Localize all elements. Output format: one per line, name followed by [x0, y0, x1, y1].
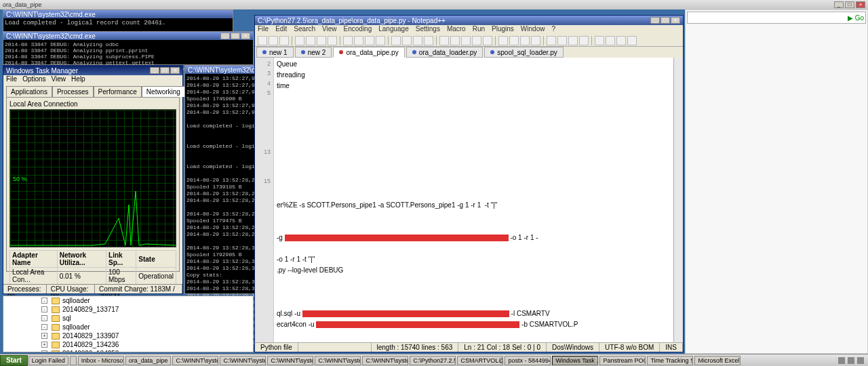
file-tab[interactable]: new 2 — [295, 47, 332, 58]
maximize-button[interactable]: □ — [845, 1, 854, 8]
column-header[interactable]: Network Utiliza... — [57, 251, 106, 268]
folder-item[interactable]: +20140829_133907 — [3, 331, 253, 340]
taskbar-item[interactable]: postx - 58449948... — [505, 356, 551, 365]
taskbar-item[interactable]: C:\Python27.2.5... — [410, 356, 456, 365]
tray-icon[interactable] — [857, 357, 864, 364]
file-tab[interactable]: ora_data_loader.py — [406, 47, 484, 58]
toolbar-icon[interactable] — [328, 36, 337, 45]
code-area[interactable]: Queuethreadingtime er%ZE -s SCOTT.Person… — [274, 58, 673, 342]
minimize-button[interactable]: _ — [150, 67, 159, 74]
toolbar-icon[interactable] — [579, 36, 589, 45]
taskmgr-titlebar[interactable]: Windows Task Manager _ □ × — [3, 66, 182, 75]
menu-encoding[interactable]: Encoding — [344, 25, 372, 35]
expand-icon[interactable]: - — [41, 298, 47, 304]
system-tray[interactable] — [834, 357, 868, 364]
folder-tree[interactable]: -sqlloader-20140829_133717-sql-sqlloader… — [3, 296, 254, 352]
toolbar-icon[interactable] — [483, 36, 492, 45]
tab-applications[interactable]: Applications — [6, 86, 52, 97]
column-header[interactable]: Adapter Name — [10, 251, 58, 268]
toolbar-icon[interactable] — [472, 36, 481, 45]
toolbar-icon[interactable] — [509, 36, 519, 45]
menu-file[interactable]: File — [258, 25, 269, 35]
cmdbg-titlebar[interactable]: C:\WINNT\system32\cmd.exe _ □ × — [3, 32, 253, 40]
maximize-button[interactable]: □ — [231, 33, 240, 39]
tray-icon[interactable] — [848, 357, 854, 364]
expand-icon[interactable]: + — [41, 342, 47, 348]
close-button[interactable]: × — [856, 1, 865, 8]
toolbar-icon[interactable] — [295, 36, 304, 45]
vertical-scrollbar[interactable] — [673, 58, 683, 342]
toolbar-icon[interactable] — [269, 36, 278, 45]
taskbar-item[interactable]: Panstream POC ... — [599, 356, 646, 365]
taskbar-item[interactable]: Login Failed — [28, 356, 68, 365]
close-button[interactable]: × — [671, 17, 680, 24]
file-tab[interactable]: ora_data_pipe.py — [333, 47, 404, 58]
url-bar[interactable]: ▶ Go — [687, 12, 866, 24]
expand-icon[interactable]: - — [41, 306, 47, 312]
toolbar-icon[interactable] — [279, 36, 289, 45]
start-button[interactable]: Start — [0, 355, 28, 366]
taskbar-item[interactable]: C:\WINNT\syste... — [220, 356, 266, 365]
npp-titlebar[interactable]: C:\Python27.2.5\ora_data_pipe\ora_data_p… — [255, 16, 683, 25]
close-button[interactable]: × — [241, 33, 250, 39]
expand-icon[interactable]: + — [41, 333, 47, 339]
column-header[interactable]: Link Sp... — [106, 251, 136, 268]
menu-macro[interactable]: Macro — [447, 25, 466, 35]
menu-window[interactable]: Window — [521, 25, 545, 35]
folder-item[interactable]: -sqlloader — [3, 296, 253, 305]
menu-help[interactable]: Help — [71, 75, 85, 85]
tab-networking[interactable]: Networking — [142, 86, 185, 97]
toolbar-icon[interactable] — [568, 36, 578, 45]
menu-file[interactable]: File — [6, 75, 17, 85]
toolbar-icon[interactable] — [424, 36, 433, 45]
go-icon[interactable]: ▶ Go — [848, 14, 864, 22]
menu-options[interactable]: Options — [22, 75, 45, 85]
taskbar-item[interactable] — [70, 356, 77, 365]
toolbar-icon[interactable] — [557, 36, 567, 45]
menu-view[interactable]: View — [52, 75, 66, 85]
expand-icon[interactable]: - — [41, 315, 47, 321]
toolbar-icon[interactable] — [354, 36, 363, 45]
minimize-button[interactable]: _ — [220, 33, 230, 39]
maximize-button[interactable]: □ — [160, 67, 170, 74]
menu-run[interactable]: Run — [473, 25, 485, 35]
menu-edit[interactable]: Edit — [275, 25, 287, 35]
column-header[interactable]: State — [136, 251, 176, 268]
toolbar-icon[interactable] — [402, 36, 412, 45]
toolbar-icon[interactable] — [376, 36, 385, 45]
toolbar-icon[interactable] — [498, 36, 508, 45]
toolbar-icon[interactable] — [627, 36, 637, 45]
taskbar-item[interactable]: C:\WINNT\syste... — [315, 356, 361, 365]
toolbar-icon[interactable] — [606, 36, 615, 45]
toolbar-icon[interactable] — [520, 36, 530, 45]
toolbar-icon[interactable] — [413, 36, 422, 45]
tab-performance[interactable]: Performance — [94, 86, 142, 97]
close-button[interactable]: × — [170, 67, 180, 74]
file-tab[interactable]: spool_sql_loader.py — [484, 47, 563, 58]
toolbar-icon[interactable] — [343, 36, 353, 45]
toolbar-icon[interactable] — [306, 36, 315, 45]
toolbar-icon[interactable] — [391, 36, 401, 45]
taskbar-item[interactable]: Inbox - Microsof... — [78, 356, 124, 365]
menu-search[interactable]: Search — [294, 25, 315, 35]
toolbar-icon[interactable] — [616, 36, 626, 45]
menu-?[interactable]: ? — [551, 25, 555, 35]
file-tab[interactable]: new 1 — [256, 47, 294, 58]
toolbar-icon[interactable] — [439, 36, 449, 45]
taskbar-item[interactable]: ora_data_pipe — [125, 356, 172, 365]
taskbar-item[interactable]: Microsoft Excel - B... — [694, 356, 741, 365]
tab-processes[interactable]: Processes — [52, 86, 94, 97]
npp-editor[interactable]: 2345 13 15 40 Queuethreadingtime er%ZE -… — [255, 58, 673, 342]
taskbar-item[interactable]: CSMARTVOL@SM... — [457, 356, 503, 365]
taskbar-item[interactable]: C:\WINNT\syste... — [362, 356, 408, 365]
maximize-button[interactable]: □ — [660, 17, 670, 24]
minimize-button[interactable]: _ — [650, 17, 660, 24]
menu-settings[interactable]: Settings — [416, 25, 440, 35]
expand-icon[interactable]: - — [41, 324, 47, 330]
folder-item[interactable]: +20140829_134236 — [3, 340, 253, 349]
folder-item[interactable]: -20140829_133717 — [3, 305, 253, 314]
folder-item[interactable]: -sqlloader — [3, 323, 253, 331]
tray-icon[interactable] — [838, 357, 845, 364]
menu-plugins[interactable]: Plugins — [492, 25, 514, 35]
taskbar-item[interactable]: C:\WINNT\syste... — [172, 356, 218, 365]
